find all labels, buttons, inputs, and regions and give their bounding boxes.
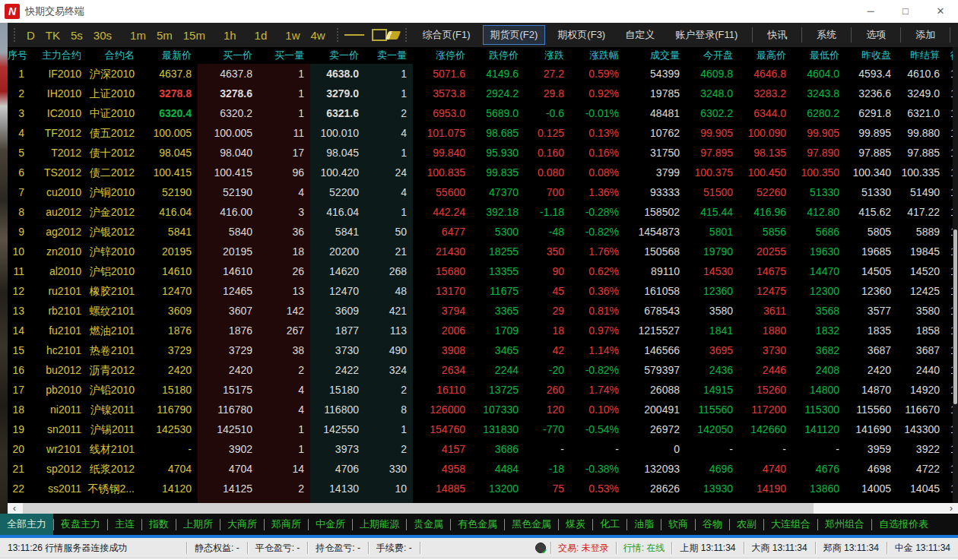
tab-综合页(F1)[interactable]: 综合页(F1) <box>415 25 478 45</box>
scroll-right-icon[interactable]: › <box>944 503 958 514</box>
cell: 3243.8 <box>792 84 845 103</box>
category-tab-大连组合[interactable]: 大连组合 <box>764 514 817 535</box>
period-button-tk[interactable]: TK <box>40 29 65 42</box>
table-row-au2012[interactable]: 8au2012沪金2012416.04416.003416.041442.243… <box>8 202 958 222</box>
category-tab-上期能源[interactable]: 上期能源 <box>353 514 406 535</box>
table-row-IH2010[interactable]: 2IH2010上证20103278.83278.613279.013573.82… <box>8 84 958 103</box>
period-button-15m[interactable]: 15m <box>178 29 211 42</box>
horizontal-scrollbar-track[interactable] <box>21 503 944 514</box>
table-row-bu2012[interactable]: 16bu2012沥青2012242024202242232426342244-2… <box>8 360 958 380</box>
menu-item-3[interactable]: 选项 <box>855 28 896 42</box>
period-button-1m[interactable]: 1m <box>125 29 151 42</box>
table-row-fu2101[interactable]: 14fu2101燃油210118761876267187711320061709… <box>8 321 958 340</box>
category-tab-黑色金属[interactable]: 黑色金属 <box>505 514 558 535</box>
period-button-1h[interactable]: 1h <box>218 29 242 42</box>
category-tab-全部主力[interactable]: 全部主力 <box>0 514 53 535</box>
tab-期货页(F2)[interactable]: 期货页(F2) <box>483 25 546 45</box>
table-row-sn2011[interactable]: 19sn2011沪锡201114253014251011425501154760… <box>8 419 958 439</box>
table-row-wr2101[interactable]: 20wr2101线材2101-390213973241573686--0---3… <box>8 439 958 459</box>
column-header-9[interactable]: 跌停价 <box>471 47 525 64</box>
table-row-pb2010[interactable]: 17pb2010沪铅201015180151754151802161101372… <box>8 380 958 400</box>
column-header-11[interactable]: 涨跌幅 <box>570 47 625 64</box>
table-row-T2012[interactable]: 5T2012债十201298.04598.0401798.045199.8409… <box>8 143 958 163</box>
category-tab-农副[interactable]: 农副 <box>730 514 763 535</box>
table-row-IC2010[interactable]: 3IC2010中证20106320.46320.216321.626953.05… <box>8 103 958 123</box>
column-header-1[interactable]: 主力合约 <box>30 47 87 64</box>
column-header-7[interactable]: 卖一量 <box>365 47 413 64</box>
table-row-al2010[interactable]: 11al2010沪铝201014610146102614620268156801… <box>8 261 958 281</box>
menu-item-4[interactable]: 添加 <box>905 28 946 42</box>
category-tab-软商[interactable]: 软商 <box>661 514 695 535</box>
column-header-4[interactable]: 买一价 <box>198 47 259 64</box>
rectangle-tool-icon[interactable] <box>372 26 387 44</box>
table-row-IF2010[interactable]: 1IF2010沪深20104637.84637.814638.015071.64… <box>8 64 958 84</box>
table-row-TF2012[interactable]: 4TF2012债五2012100.005100.00511100.0104101… <box>8 123 958 143</box>
cell: 99.880 <box>897 123 946 143</box>
menu-item-0[interactable]: 账户登录(F11) <box>665 28 748 42</box>
column-header-12[interactable]: 成交量 <box>625 47 686 64</box>
column-header-8[interactable]: 涨停价 <box>413 47 471 64</box>
tab-期权页(F3)[interactable]: 期权页(F3) <box>550 25 613 45</box>
column-header-17[interactable]: 昨结算 <box>897 47 946 64</box>
category-tab-有色金属[interactable]: 有色金属 <box>451 514 504 535</box>
table-row-rb2101[interactable]: 13rb2101螺纹210136093607142360942137943365… <box>8 301 958 321</box>
vertical-scrollbar-thumb[interactable] <box>953 229 957 404</box>
table-row-hc2101[interactable]: 15hc2101热卷210137293729383730490390834654… <box>8 340 958 360</box>
period-button-1d[interactable]: 1d <box>249 29 273 42</box>
category-tab-谷物[interactable]: 谷物 <box>696 514 729 535</box>
category-tab-中金所[interactable]: 中金所 <box>309 514 352 535</box>
table-row-ss2011[interactable]: 22ss2011不锈钢2...1412014125214130101488513… <box>8 479 958 498</box>
cell: 18 <box>525 321 570 340</box>
maximize-button[interactable]: □ <box>888 0 923 23</box>
category-tab-化工[interactable]: 化工 <box>593 514 627 535</box>
table-row-ni2011[interactable]: 18ni2011沪镍201111679011678041168008126000… <box>8 400 958 419</box>
period-button-5s[interactable]: 5s <box>65 29 88 42</box>
period-button-4w[interactable]: 4w <box>305 29 330 42</box>
menu-item-2[interactable]: 系统 <box>806 28 847 42</box>
column-header-3[interactable]: 最新价 <box>141 47 198 64</box>
column-header-15[interactable]: 最低价 <box>792 47 845 64</box>
line-tool-icon[interactable] <box>344 26 364 44</box>
column-header-14[interactable]: 最高价 <box>739 47 792 64</box>
category-tab-夜盘主力[interactable]: 夜盘主力 <box>54 514 107 535</box>
category-tab-主连[interactable]: 主连 <box>108 514 141 535</box>
cell: TF2012 <box>30 123 87 143</box>
column-header-13[interactable]: 今开盘 <box>686 47 739 64</box>
minimize-button[interactable]: ─ <box>853 0 888 23</box>
category-tab-郑州组合[interactable]: 郑州组合 <box>818 514 871 535</box>
column-header-6[interactable]: 卖一价 <box>310 47 365 64</box>
category-tab-郑商所[interactable]: 郑商所 <box>265 514 308 535</box>
horizontal-scrollbar-thumb[interactable] <box>23 503 814 514</box>
table-row-ag2012[interactable]: 9ag2012沪银2012584158403658415064775300-48… <box>8 222 958 242</box>
eraser-tool-icon[interactable] <box>387 26 399 44</box>
scroll-left-icon[interactable]: ‹ <box>8 503 21 514</box>
column-header-10[interactable]: 涨跌 <box>525 47 570 64</box>
table-row-ru2101[interactable]: 12ru2101橡胶210112470124651312470481317011… <box>8 281 958 301</box>
category-tab-指数[interactable]: 指数 <box>142 514 176 535</box>
category-tab-自选报价表[interactable]: 自选报价表 <box>872 514 935 535</box>
cell: 52190 <box>141 182 198 202</box>
category-tab-大商所[interactable]: 大商所 <box>220 514 264 535</box>
tab-自定义[interactable]: 自定义 <box>617 25 662 45</box>
column-header-2[interactable]: 合约名 <box>87 47 141 64</box>
period-button-5m[interactable]: 5m <box>151 29 178 42</box>
category-tab-煤炭[interactable]: 煤炭 <box>559 514 592 535</box>
category-tab-油脂[interactable]: 油脂 <box>627 514 661 535</box>
table-row-cu2010[interactable]: 7cu2010沪铜2010521905219045220045560047370… <box>8 182 958 202</box>
column-header-5[interactable]: 买一量 <box>259 47 310 64</box>
table-row-zn2010[interactable]: 10zn2010沪锌201020195201951820200212143018… <box>8 242 958 261</box>
period-button-1w[interactable]: 1w <box>280 29 305 42</box>
table-row-sp2012[interactable]: 21sp2012纸浆20124704470414470633049584484-… <box>8 459 958 479</box>
close-button[interactable]: ✕ <box>923 0 958 23</box>
period-button-30s[interactable]: 30s <box>88 29 117 42</box>
horizontal-scrollbar[interactable]: ‹ › <box>8 503 958 514</box>
column-header-16[interactable]: 昨收盘 <box>845 47 897 64</box>
category-tab-贵金属[interactable]: 贵金属 <box>407 514 450 535</box>
period-button-d[interactable]: D <box>21 29 40 42</box>
menu-item-1[interactable]: 快讯 <box>757 28 798 42</box>
category-tab-上期所[interactable]: 上期所 <box>176 514 220 535</box>
table-row-TS2012[interactable]: 6TS2012债二2012100.415100.41596100.4202410… <box>8 163 958 182</box>
vertical-scrollbar[interactable] <box>953 47 958 503</box>
column-header-0[interactable]: 序号 <box>8 47 30 64</box>
menu-item-5[interactable]: 帮助 <box>954 28 958 42</box>
